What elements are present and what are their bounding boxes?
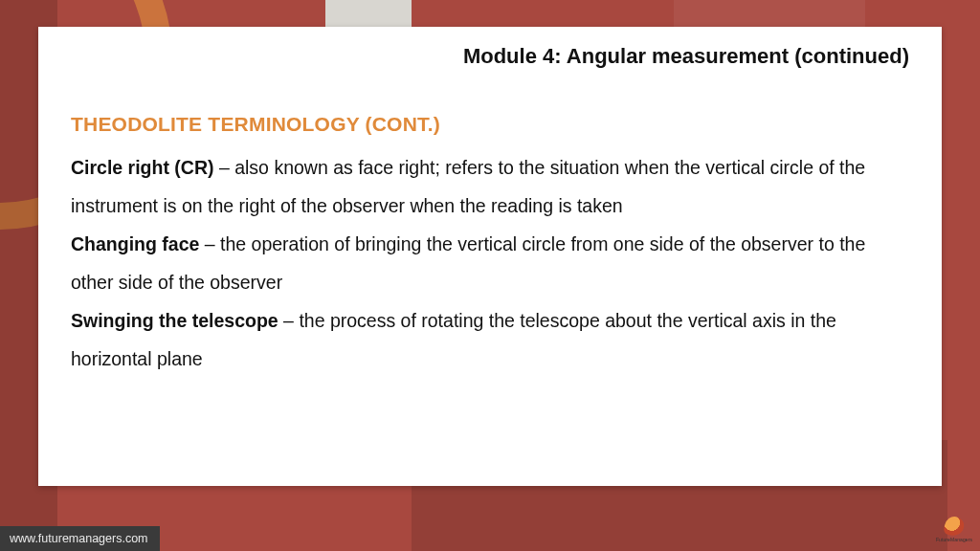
brand-logo: FutureManagers: [938, 513, 970, 545]
term-name: Swinging the telescope: [71, 310, 278, 331]
content-card: Module 4: Angular measurement (continued…: [38, 27, 942, 486]
flame-icon: [943, 515, 966, 538]
section-title: THEODOLITE TERMINOLOGY (CONT.): [71, 113, 909, 136]
footer-url: www.futuremanagers.com: [0, 526, 160, 551]
term-name: Changing face: [71, 233, 199, 254]
terminology-body: Circle right (CR) – also known as face r…: [71, 149, 909, 379]
term-name: Circle right (CR): [71, 157, 214, 178]
brand-logo-label: FutureManagers: [936, 537, 972, 542]
module-title: Module 4: Angular measurement (continued…: [71, 44, 909, 69]
